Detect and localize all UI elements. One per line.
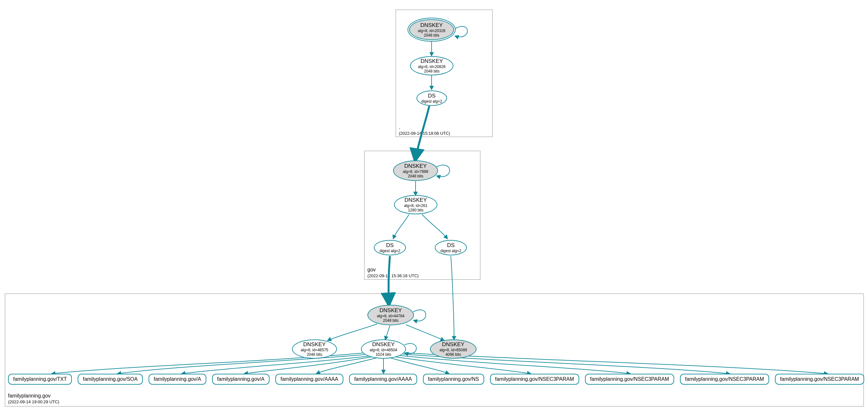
family-zsk-ext-node: DNSKEY alg=8, id=46575 2048 bits [292, 340, 337, 359]
node-title: DNSKEY [372, 341, 395, 348]
gov-ds1-node: DS digest alg=2 [374, 240, 406, 255]
node-sub1: alg=8, id=44764 [377, 314, 404, 318]
node-title: DS [447, 242, 455, 249]
node-sub1: alg=8, id=261 [404, 203, 427, 208]
node-sub2: 2048 bits [408, 174, 424, 178]
rrset-box: familyplanning.gov/A [212, 374, 270, 385]
node-title: DNSKEY [421, 58, 443, 64]
rrset-box: familyplanning.gov/NS [423, 374, 484, 385]
family-ksk2-node: DNSKEY alg=8, id=65089 4096 bits [430, 340, 476, 359]
rrset-box: familyplanning.gov/TXT [8, 374, 72, 385]
family-ksk-node: DNSKEY alg=8, id=44764 2048 bits [367, 305, 414, 325]
rrset-box: familyplanning.gov/NSEC3PARAM [680, 374, 769, 385]
zone-family-name: familyplanning.gov [8, 393, 51, 399]
node-sub1: digest alg=2 [421, 99, 442, 104]
rrset-row: familyplanning.gov/TXTfamilyplanning.gov… [8, 374, 862, 385]
root-ksk-node: DNSKEY alg=8, id=20326 2048 bits [407, 18, 456, 42]
node-title: DNSKEY [405, 197, 427, 203]
zone-gov-timestamp: (2022-09-14 15:36:16 UTC) [367, 273, 419, 278]
node-title: DS [428, 93, 436, 99]
zone-gov-name: gov [367, 267, 376, 273]
zone-family-timestamp: (2022-09-14 19:00:29 UTC) [8, 400, 59, 404]
node-title: DNSKEY [404, 163, 427, 169]
rrset-box: familyplanning.gov/SOA [78, 374, 143, 385]
node-sub1: alg=8, id=65089 [439, 348, 467, 352]
node-title: DNSKEY [442, 341, 465, 348]
root-zsk-node: DNSKEY alg=8, id=20826 2048 bits [410, 56, 454, 75]
node-title: DNSKEY [380, 307, 402, 314]
rrset-box: familyplanning.gov/AAAA [349, 374, 417, 385]
node-sub1: alg=8, id=7698 [403, 169, 428, 174]
gov-ds2-node: DS digest alg=2 [435, 240, 467, 255]
node-title: DNSKEY [421, 22, 443, 29]
node-sub2: 4096 bits [445, 352, 461, 357]
node-sub1: alg=8, id=20326 [418, 29, 445, 33]
node-sub2: 1024 bits [376, 352, 392, 357]
node-sub1: digest alg=2 [379, 249, 400, 253]
node-sub2: 2048 bits [307, 352, 322, 357]
node-sub2: 1280 bits [408, 208, 424, 212]
node-title: DS [386, 242, 394, 249]
node-sub1: digest alg=2 [440, 249, 461, 253]
rrset-box: familyplanning.gov/AAAA [275, 374, 343, 385]
rrset-box: familyplanning.gov/A [149, 374, 206, 385]
node-sub2: 2048 bits [383, 318, 399, 323]
rrset-box: familyplanning.gov/NSEC3PARAM [585, 374, 674, 385]
gov-ksk-node: DNSKEY alg=8, id=7698 2048 bits [393, 160, 438, 181]
root-ds-node: DS digest alg=2 [416, 91, 447, 106]
node-sub2: 2048 bits [424, 33, 440, 37]
rrset-box: familyplanning.gov/NSEC3PARAM [490, 374, 579, 385]
node-sub1: alg=8, id=48504 [370, 348, 397, 352]
node-sub2: 2048 bits [424, 69, 440, 73]
node-sub1: alg=8, id=46575 [301, 348, 328, 352]
node-sub1: alg=8, id=20826 [418, 64, 445, 69]
zone-root-timestamp: (2022-09-14 15:18:06 UTC) [399, 131, 450, 136]
gov-zsk-node: DNSKEY alg=8, id=261 1280 bits [394, 195, 437, 214]
zone-root-name: . [399, 124, 400, 130]
rrset-box: familyplanning.gov/NSEC3PARAM [775, 374, 864, 385]
family-zsk-node: DNSKEY alg=8, id=48504 1024 bits [361, 340, 406, 359]
node-title: DNSKEY [303, 341, 326, 348]
